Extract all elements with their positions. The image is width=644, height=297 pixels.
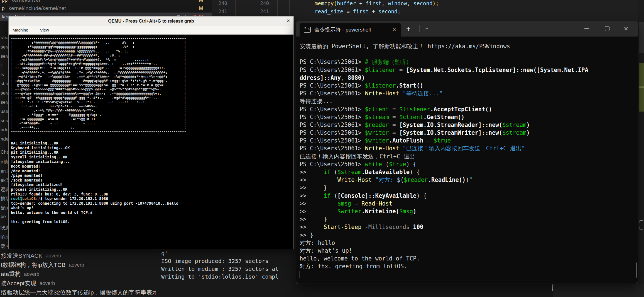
minimize-button[interactable] [584, 28, 589, 29]
terminal-line: PS C:\Users\25061> $listener.Start() [300, 82, 635, 90]
clipped-label: nder [1, 136, 8, 142]
commit-author: aoverb [69, 262, 84, 268]
terminal-line: 对方: hello [300, 239, 635, 247]
terminal-line: >> $writer.WriteLine($msg) [300, 207, 635, 215]
boot-log-line: Keyboard initializing...OK [11, 146, 178, 150]
terminal-line: 已连接！输入内容按回车发送，Ctrl+C 退出 [300, 153, 635, 160]
commit-list: 接发送SYNACKaoverbt数据结构，将ip放入TCBaoverbata重构… [0, 249, 156, 297]
scm-row[interactable]: pkernel/include/kernel/netM [0, 4, 212, 13]
terminal-line: hello, welcome to the world of TCP. [300, 255, 635, 262]
scm-row[interactable]: ppkernel/driverM [0, 0, 212, 4]
maximize-button[interactable] [605, 26, 609, 31]
clipped-label: 状态 [1, 225, 8, 231]
terminal-line [300, 270, 635, 278]
clipped-label: ser/a [1, 44, 8, 50]
clipped-label: 响应 [1, 234, 8, 240]
clipped-label: st u [1, 81, 8, 87]
terminal-line: PS C:\Users\25061> $stream = $client.Get… [300, 113, 635, 121]
tab-close-icon[interactable]: ✕ [392, 27, 396, 33]
diff-gutter-left: 240241 [214, 0, 227, 16]
commit-message: ata重构 [1, 270, 21, 278]
clipped-label: ek实 [1, 177, 8, 183]
clipped-label: nder [1, 127, 8, 133]
boot-log-line: filesystem initializing... [11, 159, 178, 164]
clipped-label: 缓冲 [1, 243, 8, 249]
clipped-label: ser/p [1, 100, 8, 105]
terminal-line: >> if ([Console]::KeyAvailable) { [300, 192, 635, 200]
boot-log-line: /dev mounted! [11, 169, 178, 173]
diff-gutter-right: 240241 [256, 0, 269, 16]
boot-log-line: thx. greeting from loliOS. [11, 219, 178, 224]
commit-message: t数据结构，将ip放入TCB [1, 261, 65, 269]
terminal-tab-title: 命令提示符 - powershell [314, 26, 371, 33]
clipped-label: 配p [1, 205, 8, 211]
terminal-tabbar: C:\_ 命令提示符 - powershell ✕ + ⌄ ✕ [296, 21, 638, 37]
boot-log: HAL initializing...OKKeyboard initializi… [11, 141, 178, 224]
boot-log-line: pit initializing...OK [11, 150, 178, 155]
boot-log-line: hello, welcome to the world of TCP.Ⅎ [11, 210, 178, 215]
code-line: memcpy(buffer + first, window, second); [315, 0, 439, 8]
boot-log-line: /pipe mounted! [11, 173, 178, 178]
modified-badge: M [199, 5, 203, 11]
terminal-line: 对方: what's up! [300, 247, 635, 255]
terminal-line: PS C:\Users\25061> $reader = [System.IO.… [300, 121, 635, 129]
terminal-line: PS C:\Users\25061> Write-Host "等待连接..." [300, 90, 635, 97]
window-close-button[interactable]: ✕ [624, 25, 628, 32]
minimap-diff-line [639, 86, 644, 88]
windows-terminal-window: C:\_ 命令提示符 - powershell ✕ + ⌄ ✕ 安装最新的 Po… [296, 21, 638, 284]
boot-log-line: what’s up! [11, 206, 178, 210]
terminal-line: >> Write-Host "对方: $($reader.ReadLine())… [300, 176, 635, 184]
commit-row[interactable]: 接发送SYNACKaoverb [1, 252, 156, 260]
terminal-line: >> if ($stream.DataAvailable) { [300, 168, 635, 176]
clipped-label: 逻辑 [1, 186, 8, 193]
boot-log-line: Root mounted! [11, 164, 178, 169]
clipped-label: user, [1, 109, 8, 114]
qemu-window-title: QEMU - Press Ctrl+Alt+G to release grab [108, 19, 194, 24]
background-scrollbar[interactable] [552, 284, 553, 291]
qemu-menu-machine[interactable]: Machine [13, 28, 28, 32]
terminal-line: PS C:\Users\25061> $writer = [System.IO.… [300, 129, 635, 137]
clipped-label: ser/p [1, 90, 8, 96]
clipped-label: 抽取 [1, 195, 8, 202]
boot-log-line [11, 215, 178, 220]
boot-log-line: root@LoliOS:/$ tcp-sender 172.20.192.1 8… [11, 196, 178, 201]
terminal-line: 等待连接... [300, 97, 635, 105]
terminal-tab-powershell[interactable]: C:\_ 命令提示符 - powershell ✕ [300, 23, 401, 37]
boot-log-line: HAL initializing...OK [11, 141, 178, 146]
clipped-label: er正 [1, 168, 8, 174]
modified-badge: M [199, 0, 203, 3]
clipped-label: ser/s [1, 118, 8, 124]
qemu-menu-view[interactable]: View [40, 28, 49, 32]
line-number: 241 [214, 8, 227, 16]
qemu-titlebar[interactable]: QEMU - Press Ctrl+Alt+G to release grab … [9, 16, 293, 26]
terminal-scrollbar-thumb[interactable] [636, 262, 637, 278]
commit-row[interactable]: 络驱动层统一用大端32位数字传递ip，摆脱烦人的字符串表示aov [1, 288, 156, 297]
qemu-menubar: Machine View [9, 26, 293, 35]
new-tab-button[interactable]: + [406, 25, 411, 33]
terminal-line: 安装最新的 PowerShell, 了解新功能和改进！ https://aka.… [300, 42, 635, 50]
minimap-slider[interactable] [639, 22, 644, 53]
clipped-label: ls [1, 72, 4, 78]
terminal-output[interactable]: 安装最新的 PowerShell, 了解新功能和改进！ https://aka.… [300, 42, 635, 278]
terminal-line [300, 50, 635, 58]
terminal-line: >> Start-Sleep -Milliseconds 100 [300, 223, 635, 231]
terminal-line: >> $msg = Read-Host [300, 200, 635, 207]
clipped-label: Cha [1, 149, 8, 155]
commit-author: aoverb [46, 253, 61, 259]
terminal-line: PS C:\Users\25061> $writer.AutoFlush = $… [300, 137, 635, 144]
tab-dropdown-chevron-icon[interactable]: ⌄ [424, 24, 429, 31]
terminal-line: PS C:\Users\25061> # 服务端（监听） [300, 58, 635, 66]
boot-ascii-art: ----------------------------------------… [11, 37, 186, 134]
commit-row[interactable]: t数据结构，将ip放入TCBaoverb [1, 261, 156, 269]
qemu-close-icon[interactable]: ✕ [287, 18, 290, 23]
terminal-line: >> } [300, 184, 635, 192]
commit-author: aoverb [40, 281, 55, 286]
boot-log-line: process initializing...OK [11, 187, 178, 192]
commit-row[interactable]: ata重构aoverb [1, 270, 156, 278]
commit-row[interactable]: 接Accept实现aoverb [1, 279, 156, 288]
qemu-screen[interactable]: ----------------------------------------… [9, 35, 293, 249]
line-number: 240 [214, 0, 227, 8]
tabbar-divider [419, 25, 420, 32]
boot-log-line: /sock mounted! [11, 178, 178, 183]
clipped-label: pe [1, 214, 6, 219]
